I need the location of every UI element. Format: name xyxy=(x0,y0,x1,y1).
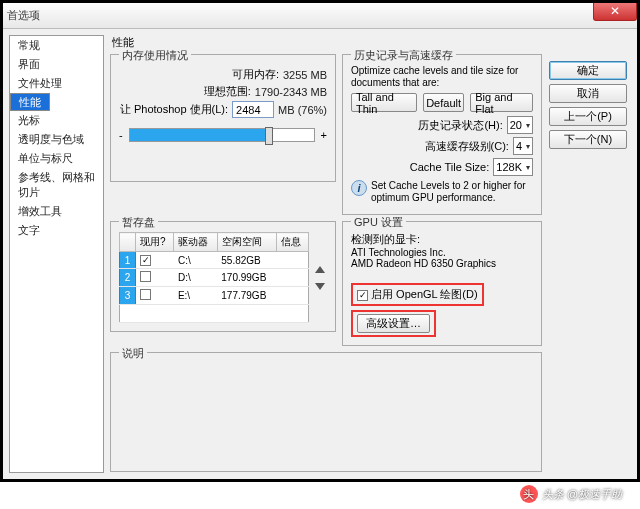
slider-plus[interactable]: + xyxy=(321,129,327,141)
tile-label: Cache Tile Size: xyxy=(410,161,489,173)
ideal-label: 理想范围: xyxy=(204,84,251,99)
sidebar-item-general[interactable]: 常规 xyxy=(10,36,103,55)
cancel-button[interactable]: 取消 xyxy=(549,84,627,103)
info-icon: i xyxy=(351,180,367,196)
sidebar-item-type[interactable]: 文字 xyxy=(10,221,103,240)
window-title: 首选项 xyxy=(7,8,40,23)
slider-minus[interactable]: - xyxy=(119,129,123,141)
gpu-detected-label: 检测到的显卡: xyxy=(351,232,533,247)
scratch-table: 现用? 驱动器 空闲空间 信息 1 ✓ C:\ 55.82GB xyxy=(119,232,309,323)
ok-button[interactable]: 确定 xyxy=(549,61,627,80)
watermark: 头 头条 @极速手助 xyxy=(520,485,622,503)
advanced-settings-button[interactable]: 高级设置… xyxy=(357,314,430,333)
hdr-active[interactable]: 现用? xyxy=(136,233,174,252)
enable-opengl-label: 启用 OpenGL 绘图(D) xyxy=(371,288,478,300)
big-flat-button[interactable]: Big and Flat xyxy=(470,93,533,112)
checkbox[interactable] xyxy=(140,271,151,282)
move-up-icon[interactable] xyxy=(315,266,325,273)
avail-label: 可用内存: xyxy=(232,67,279,82)
highlight-box: 高级设置… xyxy=(351,310,436,337)
sidebar-item-performance[interactable]: 性能 xyxy=(10,93,50,111)
table-row[interactable]: 2 D:\ 170.99GB xyxy=(120,269,309,287)
enable-opengl-checkbox[interactable]: ✓ xyxy=(357,290,368,301)
history-hint: Optimize cache levels and tile size for … xyxy=(351,65,533,89)
checkbox[interactable] xyxy=(140,289,151,300)
states-label: 历史记录状态(H): xyxy=(418,118,502,133)
cache-info-text: Set Cache Levels to 2 or higher for opti… xyxy=(371,180,533,204)
default-button[interactable]: Default xyxy=(423,93,464,112)
description-legend: 说明 xyxy=(119,346,147,361)
sidebar-item-interface[interactable]: 界面 xyxy=(10,55,103,74)
history-legend: 历史记录与高速缓存 xyxy=(351,48,456,63)
psuse-input[interactable] xyxy=(232,101,274,118)
gpu-legend: GPU 设置 xyxy=(351,215,406,230)
levels-select[interactable]: 4▾ xyxy=(513,137,533,155)
hdr-info[interactable]: 信息 xyxy=(276,233,308,252)
history-group: 历史记录与高速缓存 Optimize cache levels and tile… xyxy=(342,54,542,215)
sidebar: 常规 界面 文件处理 性能 光标 透明度与色域 单位与标尺 参考线、网格和切片 … xyxy=(9,35,104,473)
scratch-group: 暂存盘 现用? 驱动器 空闲空间 信息 xyxy=(110,221,336,332)
watermark-icon: 头 xyxy=(520,485,538,503)
description-group: 说明 xyxy=(110,352,542,472)
scratch-legend: 暂存盘 xyxy=(119,215,158,230)
gpu-vendor: ATI Technologies Inc. xyxy=(351,247,533,258)
gpu-group: GPU 设置 检测到的显卡: ATI Technologies Inc. AMD… xyxy=(342,221,542,346)
sidebar-item-cursors[interactable]: 光标 xyxy=(10,111,103,130)
avail-value: 3255 MB xyxy=(283,69,327,81)
sidebar-item-transparency[interactable]: 透明度与色域 xyxy=(10,130,103,149)
sidebar-item-plugins[interactable]: 增效工具 xyxy=(10,202,103,221)
checkbox[interactable]: ✓ xyxy=(140,255,151,266)
ideal-value: 1790-2343 MB xyxy=(255,86,327,98)
states-select[interactable]: 20▾ xyxy=(507,116,533,134)
hdr-drive[interactable]: 驱动器 xyxy=(174,233,217,252)
highlight-box: ✓ 启用 OpenGL 绘图(D) xyxy=(351,283,484,306)
psuse-unit: MB (76%) xyxy=(278,104,327,116)
tall-thin-button[interactable]: Tall and Thin xyxy=(351,93,417,112)
sidebar-item-guides[interactable]: 参考线、网格和切片 xyxy=(10,168,103,202)
gpu-card: AMD Radeon HD 6350 Graphics xyxy=(351,258,533,269)
move-down-icon[interactable] xyxy=(315,283,325,290)
sidebar-item-units[interactable]: 单位与标尺 xyxy=(10,149,103,168)
hdr-free[interactable]: 空闲空间 xyxy=(217,233,276,252)
table-row[interactable]: 3 E:\ 177.79GB xyxy=(120,287,309,305)
next-button[interactable]: 下一个(N) xyxy=(549,130,627,149)
psuse-label: 让 Photoshop 使用(L): xyxy=(120,102,228,117)
tile-select[interactable]: 128K▾ xyxy=(493,158,533,176)
titlebar: 首选项 ✕ xyxy=(3,3,637,29)
sidebar-item-filehandling[interactable]: 文件处理 xyxy=(10,74,103,93)
memory-slider[interactable] xyxy=(129,128,315,142)
close-icon[interactable]: ✕ xyxy=(593,3,637,21)
memory-legend: 内存使用情况 xyxy=(119,48,191,63)
memory-group: 内存使用情况 可用内存: 3255 MB 理想范围: 1790-2343 MB … xyxy=(110,54,336,182)
levels-label: 高速缓存级别(C): xyxy=(425,139,509,154)
prev-button[interactable]: 上一个(P) xyxy=(549,107,627,126)
table-row[interactable]: 1 ✓ C:\ 55.82GB xyxy=(120,252,309,269)
